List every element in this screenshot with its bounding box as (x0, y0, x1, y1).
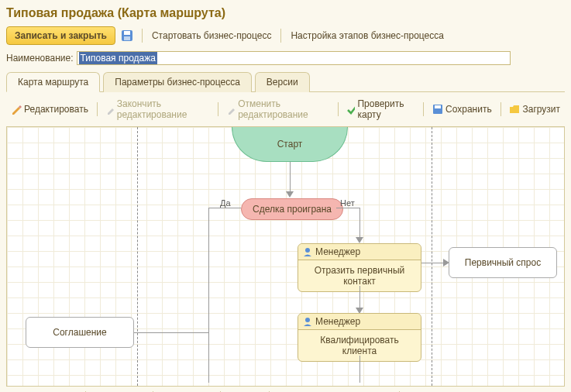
pencil-icon (11, 104, 22, 115)
check-map-button[interactable]: Проверить карту (343, 97, 418, 122)
task-role: Менеджер (298, 244, 421, 260)
tab-route[interactable]: Карта маршрута (6, 72, 100, 92)
name-input[interactable]: Типовая продажа (77, 51, 511, 65)
output-node[interactable]: Соглашение (26, 317, 134, 348)
pencil-check-icon (106, 104, 115, 115)
main-toolbar: Записать и закрыть Стартовать бизнес-про… (6, 26, 565, 45)
connector (359, 208, 360, 239)
cancel-edit-button: Отменить редактирование (224, 97, 332, 122)
output-node[interactable]: Первичный спрос (449, 247, 557, 278)
page-title: Типовая продажа (Карта маршрута) (6, 6, 565, 20)
connector (208, 208, 209, 383)
edit-button[interactable]: Редактировать (8, 102, 91, 116)
separator (280, 29, 281, 43)
connector (290, 162, 291, 193)
separator (423, 102, 424, 116)
connector (336, 208, 359, 208)
svg-rect-1 (124, 31, 130, 35)
connector (359, 286, 360, 309)
user-icon (303, 247, 312, 256)
setup-stages-button[interactable]: Настройка этапов бизнес-процесса (287, 29, 447, 43)
tab-params[interactable]: Параметры бизнес-процесса (103, 72, 252, 92)
svg-point-5 (305, 248, 310, 253)
start-bp-button[interactable]: Стартовать бизнес-процесс (149, 29, 275, 43)
name-row: Наименование: Типовая продажа (6, 51, 565, 65)
user-icon (303, 317, 312, 326)
finish-edit-button: Закончить редактирование (103, 97, 213, 122)
task-node[interactable]: Менеджер Отразить первичный контакт (298, 243, 421, 292)
bottom-toolbar: Выравнивание и размер Порядок (6, 387, 565, 392)
name-label: Наименование: (6, 53, 74, 64)
tabs: Карта маршрута Параметры бизнес-процесса… (6, 71, 565, 92)
pencil-cancel-icon (227, 104, 236, 115)
disk-icon (432, 104, 443, 115)
save-icon[interactable] (119, 27, 136, 44)
connector (134, 332, 208, 333)
separator (218, 102, 218, 116)
connector (421, 263, 445, 263)
connector (359, 356, 360, 383)
arrow-icon (286, 191, 294, 198)
save-close-button[interactable]: Записать и закрыть (6, 26, 115, 45)
no-label: Нет (340, 198, 355, 208)
save-button[interactable]: Сохранить (429, 102, 495, 116)
separator (338, 102, 339, 116)
tab-versions[interactable]: Версии (255, 72, 310, 92)
condition-node[interactable]: Сделка проиграна (241, 198, 343, 220)
load-button[interactable]: Загрузит (506, 102, 563, 116)
start-node[interactable]: Старт (232, 127, 348, 162)
separator (97, 102, 98, 116)
editor-toolbar: Редактировать Закончить редактирование О… (6, 92, 565, 127)
check-icon (346, 104, 355, 115)
svg-rect-2 (124, 36, 130, 40)
arrow-icon (356, 237, 363, 243)
task-role: Менеджер (298, 314, 421, 330)
diagram-canvas[interactable]: Старт Сделка проиграна Да Нет Менеджер О… (6, 127, 565, 387)
svg-point-6 (305, 318, 310, 322)
swimlane-divider (432, 127, 432, 386)
separator (500, 102, 501, 116)
connector (208, 208, 241, 208)
folder-icon (509, 104, 520, 115)
connector (208, 332, 209, 333)
task-node[interactable]: Менеджер Квалифицировать клиента (298, 313, 421, 362)
separator (142, 29, 143, 43)
svg-rect-4 (435, 105, 441, 108)
yes-label: Да (220, 198, 231, 208)
swimlane-divider (137, 127, 138, 386)
